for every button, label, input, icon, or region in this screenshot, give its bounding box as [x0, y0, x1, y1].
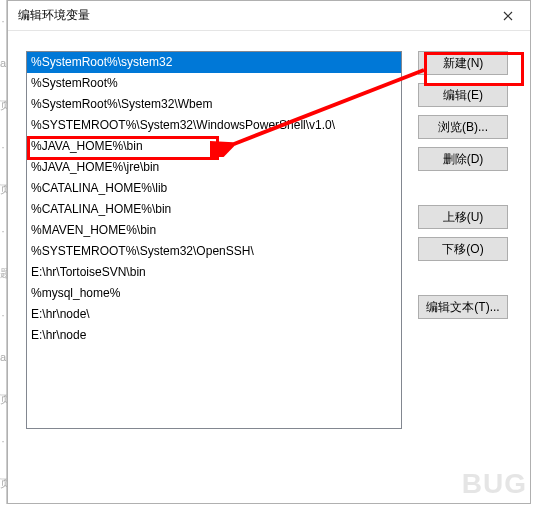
titlebar: 编辑环境变量	[8, 1, 530, 31]
list-item[interactable]: %MAVEN_HOME%\bin	[27, 220, 401, 241]
list-item[interactable]: %SystemRoot%\system32	[27, 52, 401, 73]
list-item[interactable]: E:\hr\node	[27, 325, 401, 346]
button-sidebar: 新建(N) 编辑(E) 浏览(B)... 删除(D) 上移(U) 下移(O) 编…	[418, 51, 508, 429]
dialog-title: 编辑环境变量	[18, 7, 90, 24]
close-icon	[503, 11, 513, 21]
edit-env-var-dialog: 编辑环境变量 %SystemRoot%\system32%SystemRoot%…	[7, 0, 531, 504]
move-down-button[interactable]: 下移(O)	[418, 237, 508, 261]
list-item[interactable]: %mysql_home%	[27, 283, 401, 304]
list-item[interactable]: %SYSTEMROOT%\System32\WindowsPowerShell\…	[27, 115, 401, 136]
delete-button[interactable]: 删除(D)	[418, 147, 508, 171]
list-item[interactable]: %CATALINA_HOME%\lib	[27, 178, 401, 199]
list-item[interactable]: %SYSTEMROOT%\System32\OpenSSH\	[27, 241, 401, 262]
list-item[interactable]: %CATALINA_HOME%\bin	[27, 199, 401, 220]
list-item[interactable]: %JAVA_HOME%\jre\bin	[27, 157, 401, 178]
close-button[interactable]	[485, 1, 530, 31]
browse-button[interactable]: 浏览(B)...	[418, 115, 508, 139]
path-listbox[interactable]: %SystemRoot%\system32%SystemRoot%%System…	[26, 51, 402, 429]
list-item[interactable]: E:\hr\TortoiseSVN\bin	[27, 262, 401, 283]
list-item[interactable]: %SystemRoot%	[27, 73, 401, 94]
edit-text-button[interactable]: 编辑文本(T)...	[418, 295, 508, 319]
new-button[interactable]: 新建(N)	[418, 51, 508, 75]
edit-button[interactable]: 编辑(E)	[418, 83, 508, 107]
list-item[interactable]: E:\hr\node\	[27, 304, 401, 325]
list-item[interactable]: %JAVA_HOME%\bin	[27, 136, 401, 157]
list-item[interactable]: %SystemRoot%\System32\Wbem	[27, 94, 401, 115]
move-up-button[interactable]: 上移(U)	[418, 205, 508, 229]
